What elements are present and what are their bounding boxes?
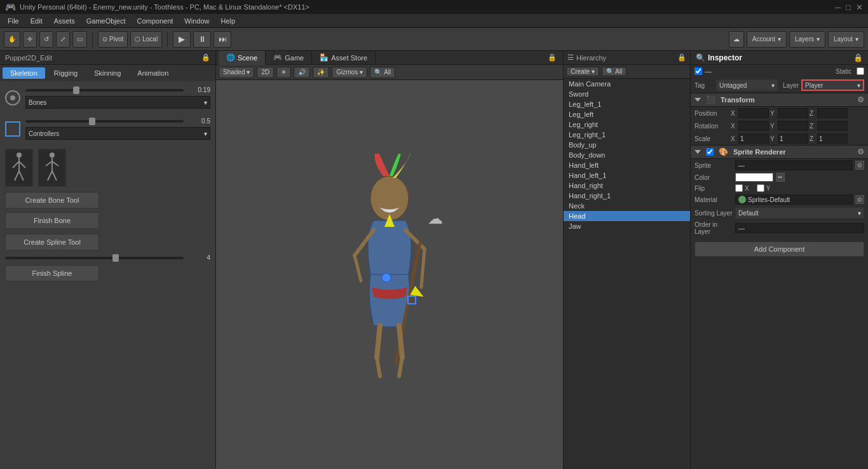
create-bone-tool-button[interactable]: Create Bone Tool (5, 192, 99, 208)
step-button[interactable]: ⏭ (214, 31, 231, 48)
hier-item-jaw[interactable]: Jaw (564, 221, 690, 231)
hier-item-leg-right[interactable]: Leg_right (564, 119, 690, 130)
create-spline-tool-button[interactable]: Create Spline Tool (5, 234, 99, 250)
scale-x-field[interactable] (738, 133, 769, 144)
sorting-layer-dropdown[interactable]: Default ▾ (735, 207, 864, 219)
hier-item-body-down[interactable]: Body_down (564, 150, 690, 160)
rect-tool-button[interactable]: ▭ (72, 31, 87, 48)
bones-dropdown[interactable]: Bones ▾ (25, 96, 210, 109)
hier-item-sword[interactable]: Sword (564, 89, 690, 99)
slider3-thumb[interactable] (112, 254, 119, 262)
material-picker[interactable]: ⊙ (855, 195, 864, 204)
tab-scene[interactable]: 🌐Scene (219, 51, 266, 65)
active-checkbox[interactable] (695, 67, 702, 75)
tab-animation[interactable]: Animation (130, 67, 176, 79)
hier-item-leg-left-1[interactable]: Leg_left_1 (564, 99, 690, 109)
lighting-button[interactable]: ☀ (276, 67, 291, 78)
slider3-track[interactable] (5, 257, 184, 259)
flip-y-checkbox[interactable] (757, 184, 764, 192)
order-field[interactable]: — (735, 223, 864, 233)
tab-game[interactable]: 🎮Game (266, 51, 312, 65)
hier-item-leg-right-1[interactable]: Leg_right_1 (564, 130, 690, 140)
audio-button[interactable]: 🔊 (294, 67, 310, 78)
hier-item-main-camera[interactable]: Main Camera (564, 79, 690, 89)
move-tool-button[interactable]: ✛ (23, 31, 37, 48)
hier-item-hand-left-1[interactable]: Hand_left_1 (564, 170, 690, 180)
scene-lock-icon[interactable]: 🔒 (544, 53, 560, 62)
scale-y-field[interactable] (778, 133, 808, 144)
shading-dropdown[interactable]: Shaded ▾ (219, 67, 254, 78)
hier-item-head[interactable]: Head (564, 211, 690, 221)
maximize-button[interactable]: □ (846, 3, 851, 12)
close-button[interactable]: ✕ (856, 3, 863, 12)
static-checkbox[interactable] (857, 67, 864, 75)
menu-help[interactable]: Help (215, 16, 240, 26)
minimize-button[interactable]: ─ (835, 3, 841, 12)
pivot-button[interactable]: ⊙ Pivot (98, 31, 128, 48)
menu-file[interactable]: File (3, 16, 24, 26)
pos-z-field[interactable] (817, 108, 848, 118)
menu-edit[interactable]: Edit (25, 16, 48, 26)
tag-dropdown[interactable]: Untagged ▾ (716, 79, 778, 91)
hier-item-hand-right-1[interactable]: Hand_right_1 (564, 191, 690, 201)
hier-item-neck[interactable]: Neck (564, 201, 690, 211)
titlebar-controls[interactable]: ─ □ ✕ (835, 3, 863, 12)
slider1-thumb[interactable] (73, 86, 79, 94)
scale-z-field[interactable] (817, 133, 848, 144)
rot-z-field[interactable] (817, 121, 848, 131)
tab-asset-store[interactable]: 🏪Asset Store (312, 51, 376, 65)
sprite-picker[interactable]: ⊙ (855, 161, 864, 170)
hierarchy-lock-icon[interactable]: 🔒 (677, 53, 686, 62)
pos-x-field[interactable] (738, 108, 769, 118)
local-button[interactable]: ⬡ Local (130, 31, 162, 48)
scale-tool-button[interactable]: ⤢ (56, 31, 70, 48)
cloud-button[interactable]: ☁ (729, 31, 744, 48)
slider2-track[interactable] (25, 120, 184, 123)
tab-skeleton[interactable]: Skeleton (3, 67, 45, 79)
layers-dropdown[interactable]: Layers ▾ (789, 31, 825, 48)
gizmos-dropdown[interactable]: Gizmos ▾ (332, 67, 367, 78)
2d-button[interactable]: 2D (257, 67, 274, 78)
slider1-track[interactable] (25, 89, 184, 92)
sq-toggle[interactable] (5, 121, 20, 137)
layer-dropdown[interactable]: Player ▾ (801, 79, 864, 91)
finish-spline-button[interactable]: Finish Spline (5, 265, 99, 282)
hier-item-hand-right[interactable]: Hand_right (564, 180, 690, 191)
slider2-thumb[interactable] (89, 118, 95, 125)
color-picker[interactable] (735, 173, 773, 182)
scene-view[interactable]: ☁ (216, 80, 563, 469)
rot-x-field[interactable] (738, 121, 769, 131)
left-panel-lock-icon[interactable]: 🔒 (201, 53, 210, 62)
menu-assets[interactable]: Assets (49, 16, 80, 26)
menu-window[interactable]: Window (179, 16, 214, 26)
rot-y-field[interactable] (778, 121, 808, 131)
pause-button[interactable]: ⏸ (193, 31, 211, 48)
tab-skinning[interactable]: Skinning (86, 67, 128, 79)
inspector-lock-icon[interactable]: 🔒 (853, 53, 863, 62)
controllers-dropdown[interactable]: Controllers ▾ (25, 127, 210, 140)
hand-tool-button[interactable]: ✋ (4, 31, 20, 48)
hierarchy-search-button[interactable]: 🔍 All (602, 67, 627, 76)
menu-gameobject[interactable]: GameObject (81, 16, 131, 26)
rotate-tool-button[interactable]: ↺ (39, 31, 53, 48)
menu-component[interactable]: Component (132, 16, 178, 26)
add-component-button[interactable]: Add Component (695, 241, 864, 257)
color-eyedropper-icon[interactable]: ✏ (776, 173, 785, 182)
sprite-enable-checkbox[interactable] (706, 148, 714, 156)
hier-item-hand-left[interactable]: Hand_left (564, 160, 690, 170)
pos-y-field[interactable] (778, 108, 808, 118)
hier-item-leg-left[interactable]: Leg_left (564, 109, 690, 119)
transform-gear-icon[interactable]: ⚙ (857, 95, 864, 104)
hier-item-body-up[interactable]: Body_up (564, 140, 690, 150)
hierarchy-create-button[interactable]: Create ▾ (566, 67, 599, 76)
finish-bone-button[interactable]: Finish Bone (5, 212, 99, 229)
search-toolbar[interactable]: 🔍 All (370, 67, 395, 78)
fx-button[interactable]: ✨ (313, 67, 329, 78)
tab-rigging[interactable]: Rigging (46, 67, 85, 79)
play-button[interactable]: ▶ (173, 31, 191, 48)
account-dropdown[interactable]: Account ▾ (747, 31, 787, 48)
layout-dropdown[interactable]: Layout ▾ (828, 31, 864, 48)
sprite-gear-icon[interactable]: ⚙ (857, 147, 864, 156)
circle-toggle[interactable] (5, 90, 20, 105)
flip-x-checkbox[interactable] (735, 184, 743, 192)
